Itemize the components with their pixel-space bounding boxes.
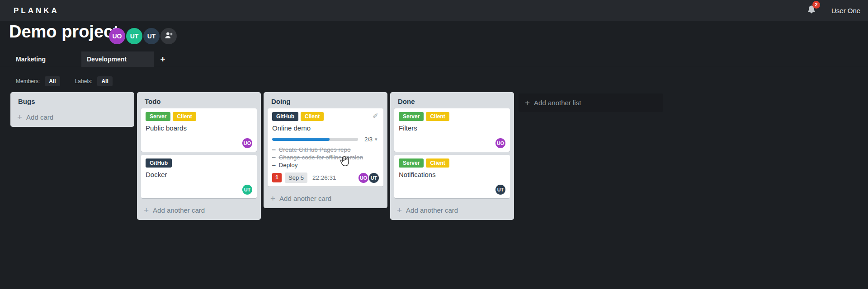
label-chip[interactable]: GitHub [146, 158, 172, 168]
board-tabs: Marketing Development + [0, 51, 868, 67]
label-chip[interactable]: Client [173, 112, 196, 121]
plus-icon: + [160, 54, 165, 64]
dash-icon: – [272, 161, 276, 169]
app-logo[interactable]: PLANKA [14, 0, 59, 21]
card-title: Filters [399, 124, 505, 132]
card-docker[interactable]: GitHub Docker UT [141, 155, 257, 198]
add-card-button[interactable]: + Add another card [390, 201, 514, 220]
project-members: UO UT UT [109, 28, 177, 44]
add-card-label: Add another card [153, 206, 205, 214]
card-notification-badge: 1 [272, 173, 282, 182]
list-name[interactable]: Doing [264, 92, 387, 108]
members-filter-value[interactable]: All [45, 76, 60, 86]
label-chip[interactable]: GitHub [272, 112, 298, 121]
avatar[interactable]: UT [369, 173, 379, 183]
card-title: Notifications [399, 171, 505, 178]
card-title: Docker [146, 171, 252, 178]
task-item[interactable]: – Change code for offline version [272, 154, 379, 161]
edit-card-icon[interactable]: ✎ [372, 113, 380, 119]
dash-icon: – [272, 154, 276, 161]
label-chip[interactable]: Server [146, 112, 170, 121]
members-filter-label: Members: [16, 78, 40, 84]
chevron-down-icon[interactable]: ▾ [375, 136, 377, 142]
dash-icon: – [272, 146, 276, 154]
avatar[interactable]: UO [242, 138, 252, 148]
person-plus-icon [164, 31, 173, 42]
timer-badge[interactable]: 22:26:31 [312, 174, 336, 181]
list-name[interactable]: Bugs [10, 92, 134, 108]
card-notifications[interactable]: Server Client Notifications UT [394, 155, 510, 198]
add-list-label: Add another list [534, 99, 581, 107]
avatar[interactable]: UO [359, 173, 368, 183]
list-name[interactable]: Done [390, 92, 514, 108]
list-todo: Todo Server Client Public boards UO GitH… [137, 92, 261, 220]
task-item[interactable]: – Create GitHub Pages repo [272, 146, 379, 154]
avatar[interactable]: UT [242, 185, 252, 195]
tab-marketing[interactable]: Marketing [10, 51, 81, 67]
progress-count: 2/3 [364, 136, 373, 143]
add-board-button[interactable]: + [154, 51, 171, 67]
card-title: Online demo [272, 124, 379, 132]
task-text: Deploy [279, 161, 298, 169]
progress-bar [272, 138, 358, 141]
add-card-label: Add card [26, 113, 53, 121]
notification-count-badge[interactable]: 2 [812, 1, 820, 9]
label-chip[interactable]: Server [399, 112, 424, 121]
plus-icon: + [397, 207, 402, 214]
tasks-progress: 2/3 ▾ [272, 136, 379, 143]
card-filters[interactable]: Server Client Filters UO [394, 108, 510, 152]
list-bugs: Bugs + Add card [10, 92, 134, 127]
project-title[interactable]: Demo project [9, 21, 119, 42]
task-text: Change code for offline version [279, 154, 363, 161]
add-card-label: Add another card [279, 195, 331, 202]
plus-icon: + [17, 114, 22, 121]
card-online-demo[interactable]: ✎ GitHub Client Online demo 2/3 ▾ – Crea… [268, 108, 383, 186]
labels-filter-value[interactable]: All [97, 76, 112, 86]
plus-icon: + [270, 195, 275, 202]
avatar[interactable]: UT [143, 28, 160, 44]
add-card-button[interactable]: + Add another card [264, 190, 387, 208]
bell-icon [806, 9, 817, 17]
add-card-button[interactable]: + Add another card [137, 201, 261, 220]
list-name[interactable]: Todo [137, 92, 261, 108]
label-chip[interactable]: Client [426, 158, 449, 168]
avatar[interactable]: UT [126, 28, 142, 44]
label-chip[interactable]: Client [426, 112, 449, 121]
add-card-label: Add another card [406, 206, 458, 214]
plus-icon: + [525, 99, 530, 107]
progress-fill [272, 138, 330, 141]
label-chip[interactable]: Server [399, 158, 424, 168]
add-card-button[interactable]: + Add card [10, 108, 134, 127]
add-member-button[interactable] [160, 28, 177, 44]
task-item[interactable]: – Deploy [272, 161, 379, 169]
avatar[interactable]: UO [109, 28, 125, 44]
due-date-badge[interactable]: Sep 5 [285, 172, 307, 183]
avatar[interactable]: UT [495, 185, 505, 195]
card-public-boards[interactable]: Server Client Public boards UO [141, 108, 257, 152]
card-title: Public boards [146, 124, 252, 132]
planka-app: PLANKA 2 User One Demo project UO UT UT [0, 0, 868, 289]
plus-icon: + [144, 207, 149, 214]
task-text: Create GitHub Pages repo [279, 146, 351, 154]
tab-development[interactable]: Development [81, 51, 154, 67]
labels-filter-label: Labels: [75, 78, 93, 84]
label-chip[interactable]: Client [301, 112, 324, 121]
filter-bar: Members: All Labels: All [16, 76, 113, 86]
user-menu[interactable]: User One [831, 0, 860, 21]
list-doing: Doing ✎ GitHub Client Online demo 2/3 ▾ … [264, 92, 387, 208]
list-done: Done Server Client Filters UO Server Cli… [390, 92, 514, 220]
avatar[interactable]: UO [495, 138, 505, 148]
top-bar: PLANKA 2 User One [0, 0, 868, 21]
add-list-button[interactable]: + Add another list [519, 93, 663, 112]
